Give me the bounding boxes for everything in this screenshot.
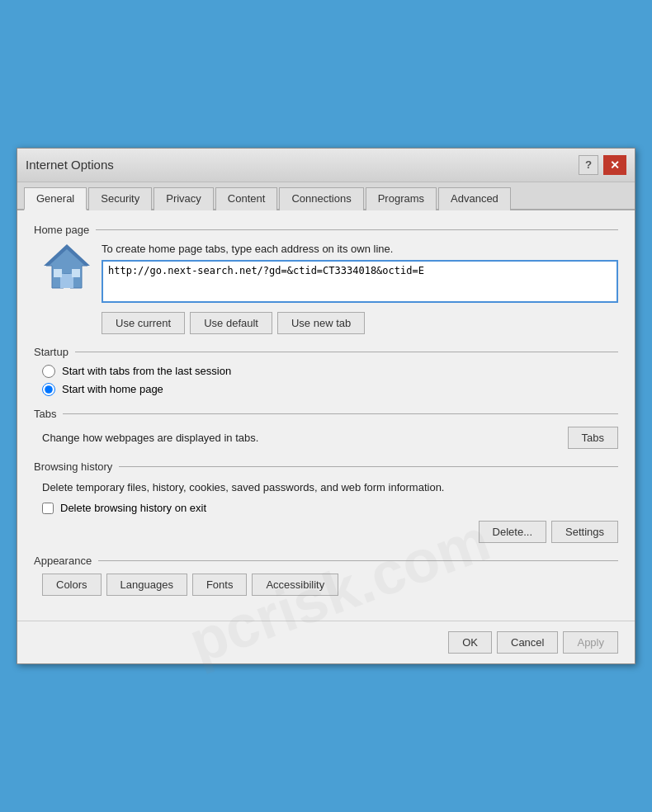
home-page-content: To create home page tabs, type each addr… [34,243,618,334]
dialog-title: Internet Options [26,158,114,172]
tab-security[interactable]: Security [88,187,152,210]
startup-section-title: Startup [34,346,618,358]
home-page-section: Home page To create home page tabs, type… [34,224,618,334]
home-page-right: To create home page tabs, type each addr… [102,243,618,334]
tabs-description: Change how webpages are displayed in tab… [42,432,258,444]
fonts-button[interactable]: Fonts [192,574,248,596]
tabs-bar: General Security Privacy Content Connect… [17,182,635,210]
title-bar: Internet Options ? ✕ [17,149,635,182]
startup-content: Start with tabs from the last session St… [34,365,618,396]
startup-option2-label: Start with home page [62,383,163,395]
startup-option1-label: Start with tabs from the last session [62,365,231,377]
delete-on-exit-row: Delete browsing history on exit [42,502,618,514]
home-instruction: To create home page tabs, type each addr… [102,243,618,255]
accessibility-button[interactable]: Accessibility [252,574,338,596]
home-page-section-title: Home page [34,224,618,236]
help-button[interactable]: ? [579,155,598,175]
languages-button[interactable]: Languages [106,574,187,596]
svg-rect-1 [60,274,73,288]
url-buttons: Use current Use default Use new tab [102,312,618,334]
title-bar-right: ? ✕ [579,155,626,175]
tab-programs[interactable]: Programs [366,187,437,210]
colors-button[interactable]: Colors [42,574,102,596]
startup-option1-row: Start with tabs from the last session [42,365,618,378]
house-icon [42,243,92,292]
startup-option1-radio[interactable] [42,365,55,378]
browsing-buttons: Delete... Settings [42,521,618,543]
dialog-footer: OK Cancel Apply [17,621,635,663]
svg-rect-2 [54,269,62,277]
browsing-description: Delete temporary files, history, cookies… [42,479,618,496]
delete-button[interactable]: Delete... [479,521,546,543]
tab-advanced[interactable]: Advanced [438,187,511,210]
settings-button[interactable]: Settings [551,521,618,543]
svg-rect-3 [72,269,80,277]
use-default-button[interactable]: Use default [190,312,272,334]
tabs-button[interactable]: Tabs [568,427,618,449]
delete-on-exit-label: Delete browsing history on exit [60,502,206,514]
use-current-button[interactable]: Use current [102,312,185,334]
internet-options-dialog: Internet Options ? ✕ General Security Pr… [17,148,635,665]
startup-section: Startup Start with tabs from the last se… [34,346,618,396]
tab-connections[interactable]: Connections [279,187,363,210]
tab-privacy[interactable]: Privacy [154,187,214,210]
appearance-section: Appearance Colors Languages Fonts Access… [34,555,618,596]
tabs-section-content: Change how webpages are displayed in tab… [34,427,618,449]
tab-content-area: pcrisk.com Home page To create home page… [17,210,635,621]
cancel-button[interactable]: Cancel [497,631,558,654]
browsing-history-title: Browsing history [34,460,618,473]
close-button[interactable]: ✕ [603,155,626,175]
tabs-section-title: Tabs [34,408,618,420]
startup-option2-radio[interactable] [42,383,55,396]
home-page-url-input[interactable]: http://go.next-search.net/?gd=&ctid=CT33… [102,260,618,303]
appearance-content: Colors Languages Fonts Accessibility [34,574,618,596]
use-new-tab-button[interactable]: Use new tab [277,312,365,334]
ok-button[interactable]: OK [448,631,492,654]
browsing-history-section: Browsing history Delete temporary files,… [34,460,618,544]
tab-general[interactable]: General [24,187,87,210]
browsing-content: Delete temporary files, history, cookies… [34,479,618,544]
delete-on-exit-checkbox[interactable] [42,503,54,514]
tab-content[interactable]: Content [215,187,278,210]
tabs-section: Tabs Change how webpages are displayed i… [34,408,618,449]
startup-option2-row: Start with home page [42,383,618,396]
apply-button[interactable]: Apply [563,631,618,654]
title-bar-left: Internet Options [26,158,114,172]
appearance-section-title: Appearance [34,555,618,567]
